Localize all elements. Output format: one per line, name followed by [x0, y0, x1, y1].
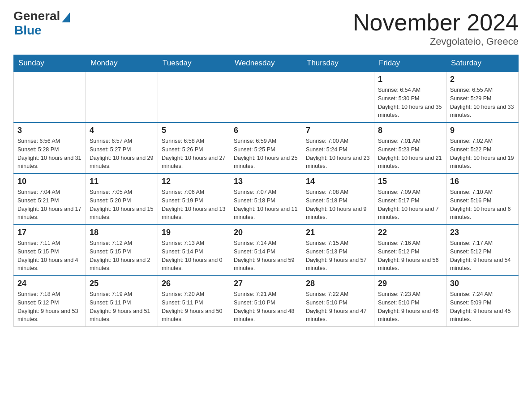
- day-info: Sunrise: 7:02 AMSunset: 5:22 PMDaylight:…: [450, 137, 515, 171]
- day-info: Sunrise: 7:07 AMSunset: 5:18 PMDaylight:…: [234, 188, 298, 222]
- calendar-cell: 24Sunrise: 7:18 AMSunset: 5:12 PMDayligh…: [14, 276, 86, 327]
- day-header-monday: Monday: [86, 55, 158, 72]
- day-info: Sunrise: 6:59 AMSunset: 5:25 PMDaylight:…: [234, 137, 298, 171]
- day-number: 27: [234, 279, 298, 288]
- calendar-cell: 1Sunrise: 6:54 AMSunset: 5:30 PMDaylight…: [374, 72, 446, 123]
- calendar-cell: 15Sunrise: 7:09 AMSunset: 5:17 PMDayligh…: [374, 174, 446, 225]
- day-info: Sunrise: 7:21 AMSunset: 5:10 PMDaylight:…: [234, 290, 298, 324]
- day-info: Sunrise: 6:56 AMSunset: 5:28 PMDaylight:…: [17, 137, 82, 171]
- calendar-cell: 21Sunrise: 7:15 AMSunset: 5:13 PMDayligh…: [302, 225, 374, 276]
- day-info: Sunrise: 7:22 AMSunset: 5:10 PMDaylight:…: [306, 290, 370, 324]
- calendar-cell: 5Sunrise: 6:58 AMSunset: 5:26 PMDaylight…: [158, 123, 230, 174]
- day-info: Sunrise: 7:13 AMSunset: 5:14 PMDaylight:…: [162, 239, 226, 273]
- day-number: 7: [306, 126, 370, 135]
- day-number: 16: [450, 177, 515, 186]
- day-number: 22: [378, 228, 442, 237]
- day-info: Sunrise: 7:19 AMSunset: 5:11 PMDaylight:…: [90, 290, 154, 324]
- day-number: 3: [17, 126, 82, 135]
- calendar-cell: [230, 72, 302, 123]
- day-number: 8: [378, 126, 442, 135]
- day-number: 4: [90, 126, 154, 135]
- calendar-cell: 25Sunrise: 7:19 AMSunset: 5:11 PMDayligh…: [86, 276, 158, 327]
- day-number: 11: [90, 177, 154, 186]
- day-info: Sunrise: 6:54 AMSunset: 5:30 PMDaylight:…: [378, 86, 442, 120]
- logo-general-text: General: [13, 9, 60, 23]
- day-number: 1: [378, 75, 442, 84]
- day-info: Sunrise: 7:11 AMSunset: 5:15 PMDaylight:…: [17, 239, 82, 273]
- day-number: 21: [306, 228, 370, 237]
- day-info: Sunrise: 7:18 AMSunset: 5:12 PMDaylight:…: [17, 290, 82, 324]
- calendar-cell: 9Sunrise: 7:02 AMSunset: 5:22 PMDaylight…: [446, 123, 519, 174]
- day-info: Sunrise: 7:09 AMSunset: 5:17 PMDaylight:…: [378, 188, 442, 222]
- day-number: 30: [450, 279, 515, 288]
- day-header-saturday: Saturday: [446, 55, 519, 72]
- day-number: 20: [234, 228, 298, 237]
- week-row-1: 1Sunrise: 6:54 AMSunset: 5:30 PMDaylight…: [14, 72, 519, 123]
- calendar-cell: 11Sunrise: 7:05 AMSunset: 5:20 PMDayligh…: [86, 174, 158, 225]
- day-info: Sunrise: 7:00 AMSunset: 5:24 PMDaylight:…: [306, 137, 370, 171]
- calendar-cell: 22Sunrise: 7:16 AMSunset: 5:12 PMDayligh…: [374, 225, 446, 276]
- day-header-friday: Friday: [374, 55, 446, 72]
- logo: General Blue: [13, 9, 70, 38]
- calendar-cell: 30Sunrise: 7:24 AMSunset: 5:09 PMDayligh…: [446, 276, 519, 327]
- day-info: Sunrise: 7:14 AMSunset: 5:14 PMDaylight:…: [234, 239, 298, 273]
- day-info: Sunrise: 7:12 AMSunset: 5:15 PMDaylight:…: [90, 239, 154, 273]
- title-area: November 2024 Zevgolateio, Greece: [353, 9, 519, 47]
- calendar-cell: 8Sunrise: 7:01 AMSunset: 5:23 PMDaylight…: [374, 123, 446, 174]
- day-info: Sunrise: 7:10 AMSunset: 5:16 PMDaylight:…: [450, 188, 515, 222]
- calendar-cell: 12Sunrise: 7:06 AMSunset: 5:19 PMDayligh…: [158, 174, 230, 225]
- day-number: 13: [234, 177, 298, 186]
- day-number: 24: [17, 279, 82, 288]
- calendar-cell: 2Sunrise: 6:55 AMSunset: 5:29 PMDaylight…: [446, 72, 519, 123]
- week-row-3: 10Sunrise: 7:04 AMSunset: 5:21 PMDayligh…: [14, 174, 519, 225]
- calendar-cell: [158, 72, 230, 123]
- calendar-cell: 17Sunrise: 7:11 AMSunset: 5:15 PMDayligh…: [14, 225, 86, 276]
- day-number: 26: [162, 279, 226, 288]
- calendar-cell: 14Sunrise: 7:08 AMSunset: 5:18 PMDayligh…: [302, 174, 374, 225]
- logo-blue-text: Blue: [14, 23, 42, 38]
- calendar-cell: [302, 72, 374, 123]
- day-info: Sunrise: 7:20 AMSunset: 5:11 PMDaylight:…: [162, 290, 226, 324]
- calendar-cell: 4Sunrise: 6:57 AMSunset: 5:27 PMDaylight…: [86, 123, 158, 174]
- day-info: Sunrise: 7:15 AMSunset: 5:13 PMDaylight:…: [306, 239, 370, 273]
- day-number: 19: [162, 228, 226, 237]
- calendar-cell: 10Sunrise: 7:04 AMSunset: 5:21 PMDayligh…: [14, 174, 86, 225]
- day-number: 10: [17, 177, 82, 186]
- day-number: 29: [378, 279, 442, 288]
- day-header-thursday: Thursday: [302, 55, 374, 72]
- day-info: Sunrise: 6:58 AMSunset: 5:26 PMDaylight:…: [162, 137, 226, 171]
- calendar-cell: 18Sunrise: 7:12 AMSunset: 5:15 PMDayligh…: [86, 225, 158, 276]
- day-info: Sunrise: 7:17 AMSunset: 5:12 PMDaylight:…: [450, 239, 515, 273]
- day-info: Sunrise: 7:04 AMSunset: 5:21 PMDaylight:…: [17, 188, 82, 222]
- month-title: November 2024: [353, 9, 519, 36]
- location-title: Zevgolateio, Greece: [353, 36, 519, 47]
- day-header-wednesday: Wednesday: [230, 55, 302, 72]
- calendar-cell: 23Sunrise: 7:17 AMSunset: 5:12 PMDayligh…: [446, 225, 519, 276]
- week-row-2: 3Sunrise: 6:56 AMSunset: 5:28 PMDaylight…: [14, 123, 519, 174]
- day-number: 15: [378, 177, 442, 186]
- day-number: 5: [162, 126, 226, 135]
- day-number: 23: [450, 228, 515, 237]
- calendar-cell: 6Sunrise: 6:59 AMSunset: 5:25 PMDaylight…: [230, 123, 302, 174]
- calendar-cell: 29Sunrise: 7:23 AMSunset: 5:10 PMDayligh…: [374, 276, 446, 327]
- calendar-cell: 27Sunrise: 7:21 AMSunset: 5:10 PMDayligh…: [230, 276, 302, 327]
- day-number: 9: [450, 126, 515, 135]
- day-info: Sunrise: 6:57 AMSunset: 5:27 PMDaylight:…: [90, 137, 154, 171]
- day-info: Sunrise: 7:23 AMSunset: 5:10 PMDaylight:…: [378, 290, 442, 324]
- day-number: 18: [90, 228, 154, 237]
- calendar-cell: 13Sunrise: 7:07 AMSunset: 5:18 PMDayligh…: [230, 174, 302, 225]
- day-number: 14: [306, 177, 370, 186]
- day-info: Sunrise: 6:55 AMSunset: 5:29 PMDaylight:…: [450, 86, 515, 120]
- calendar-cell: 7Sunrise: 7:00 AMSunset: 5:24 PMDaylight…: [302, 123, 374, 174]
- logo-triangle-icon: [62, 13, 70, 22]
- day-info: Sunrise: 7:01 AMSunset: 5:23 PMDaylight:…: [378, 137, 442, 171]
- calendar-cell: 20Sunrise: 7:14 AMSunset: 5:14 PMDayligh…: [230, 225, 302, 276]
- day-number: 28: [306, 279, 370, 288]
- calendar-cell: 16Sunrise: 7:10 AMSunset: 5:16 PMDayligh…: [446, 174, 519, 225]
- day-number: 17: [17, 228, 82, 237]
- day-info: Sunrise: 7:16 AMSunset: 5:12 PMDaylight:…: [378, 239, 442, 273]
- week-row-4: 17Sunrise: 7:11 AMSunset: 5:15 PMDayligh…: [14, 225, 519, 276]
- day-number: 12: [162, 177, 226, 186]
- day-number: 25: [90, 279, 154, 288]
- calendar-cell: 19Sunrise: 7:13 AMSunset: 5:14 PMDayligh…: [158, 225, 230, 276]
